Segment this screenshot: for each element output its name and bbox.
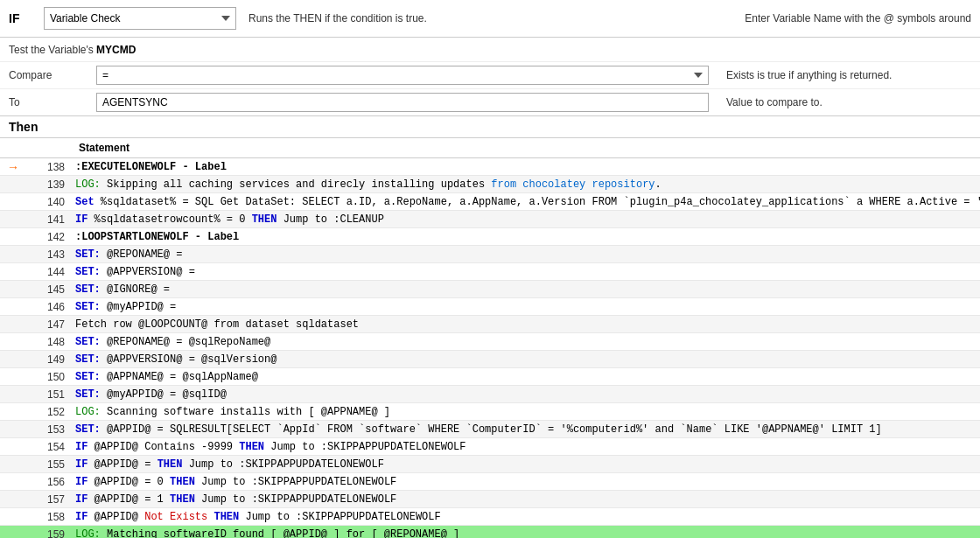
table-row[interactable]: 158IF @APPID@ Not Exists THEN Jump to :S…	[0, 508, 980, 526]
to-input[interactable]	[96, 93, 709, 112]
table-row[interactable]: 149SET: @APPVERSION@ = @sqlVersion@	[0, 351, 980, 368]
row-number-cell: 148	[0, 336, 70, 348]
table-row[interactable]: 150SET: @APPNAME@ = @sqlAppName@	[0, 368, 980, 386]
line-number: 147	[47, 318, 65, 331]
row-number-cell: 155	[0, 458, 70, 471]
table-row[interactable]: 147Fetch row @LOOPCOUNT@ from dataset sq…	[0, 316, 980, 333]
table-row[interactable]: 139LOG: Skipping all caching services an…	[0, 176, 980, 193]
table-row[interactable]: 140Set %sqldataset% = SQL Get DataSet: S…	[0, 193, 980, 211]
form-section: Test the Variable's MYCMD Compare = Exis…	[0, 38, 980, 116]
row-number-cell: 149	[0, 353, 70, 366]
to-help: Value to compare to.	[726, 96, 822, 108]
statement-header: Statement	[0, 138, 980, 158]
row-content: IF @APPID@ Contains -9999 THEN Jump to :…	[70, 439, 980, 455]
row-content: Set %sqldataset% = SQL Get DataSet: SELE…	[70, 194, 980, 210]
row-number-cell: 147	[0, 318, 70, 331]
row-content: IF @APPID@ = 1 THEN Jump to :SKIPPAPPUPD…	[70, 492, 980, 507]
to-row: To Value to compare to.	[0, 89, 980, 115]
row-content: SET: @myAPPID@ = @sqlID@	[70, 387, 980, 402]
line-number: 146	[47, 301, 65, 313]
table-row[interactable]: →138:EXECUTELONEWOLF - Label	[0, 158, 980, 176]
line-number: 140	[47, 196, 65, 208]
row-number-cell: 142	[0, 231, 70, 243]
if-type-dropdown[interactable]: Variable Check	[44, 7, 236, 30]
line-number: 156	[47, 476, 65, 488]
compare-row: Compare = Exists is true if anything is …	[0, 62, 980, 89]
row-number-cell: 157	[0, 493, 70, 506]
row-number-cell: 141	[0, 213, 70, 226]
row-content: IF @APPID@ = THEN Jump to :SKIPPAPPUPDAT…	[70, 457, 980, 472]
line-number: 151	[47, 388, 65, 401]
row-content: SET: @REPONAME@ = @sqlRepoName@	[70, 334, 980, 350]
table-row[interactable]: 151SET: @myAPPID@ = @sqlID@	[0, 386, 980, 403]
row-content: SET: @IGNORE@ =	[70, 282, 980, 297]
line-number: 142	[47, 231, 65, 243]
line-number: 155	[47, 458, 65, 471]
row-number-cell: 152	[0, 406, 70, 418]
table-row[interactable]: 155IF @APPID@ = THEN Jump to :SKIPPAPPUP…	[0, 456, 980, 473]
table-row[interactable]: 141IF %sqldatasetrowcount% = 0 THEN Jump…	[0, 211, 980, 228]
line-number: 148	[47, 336, 65, 348]
if-description: Runs the THEN if the condition is true.	[248, 12, 427, 24]
line-number: 153	[47, 423, 65, 436]
row-number-cell: →138	[0, 161, 70, 173]
app-container: IF Variable Check Runs the THEN if the c…	[0, 0, 980, 538]
table-row[interactable]: 156IF @APPID@ = 0 THEN Jump to :SKIPPAPP…	[0, 473, 980, 491]
then-label: Then	[9, 120, 38, 134]
if-section: IF Variable Check Runs the THEN if the c…	[0, 0, 980, 38]
row-number-cell: 139	[0, 178, 70, 191]
row-content: SET: @APPVERSION@ = @sqlVersion@	[70, 352, 980, 367]
test-variable-value: MYCMD	[96, 44, 201, 56]
line-number: 154	[47, 441, 65, 453]
line-number: 158	[47, 511, 65, 523]
table-row[interactable]: 159LOG: Matching softwareID found [ @APP…	[0, 526, 980, 538]
line-number: 139	[47, 178, 65, 191]
table-row[interactable]: 146SET: @myAPPID@ =	[0, 298, 980, 316]
compare-select[interactable]: =	[96, 66, 709, 85]
row-content: IF %sqldatasetrowcount% = 0 THEN Jump to…	[70, 212, 980, 227]
to-label: To	[9, 96, 96, 108]
line-number: 159	[47, 528, 65, 539]
row-content: IF @APPID@ Not Exists THEN Jump to :SKIP…	[70, 509, 980, 525]
row-content: LOG: Matching softwareID found [ @APPID@…	[70, 527, 980, 539]
row-number-cell: 154	[0, 441, 70, 453]
table-row[interactable]: 145SET: @IGNORE@ =	[0, 281, 980, 298]
compare-help: Exists is true if anything is returned.	[726, 69, 892, 81]
line-number: 144	[47, 266, 65, 278]
table-row[interactable]: 157IF @APPID@ = 1 THEN Jump to :SKIPPAPP…	[0, 491, 980, 508]
then-row: Then	[0, 116, 980, 138]
line-number: 143	[47, 248, 65, 261]
row-number-cell: 151	[0, 388, 70, 401]
row-content: SET: @APPID@ = SQLRESULT[SELECT `AppId` …	[70, 422, 980, 437]
row-content: SET: @myAPPID@ =	[70, 299, 980, 315]
row-content: Fetch row @LOOPCOUNT@ from dataset sqlda…	[70, 317, 980, 332]
row-content: :LOOPSTARTLONEWOLF - Label	[70, 229, 980, 245]
row-number-cell: 150	[0, 371, 70, 383]
help-text-right: Enter Variable Name with the @ symbols a…	[745, 12, 971, 24]
row-number-cell: 143	[0, 248, 70, 261]
row-content: SET: @APPVERSION@ =	[70, 264, 980, 280]
compare-label: Compare	[9, 69, 96, 81]
table-row[interactable]: 148SET: @REPONAME@ = @sqlRepoName@	[0, 333, 980, 351]
row-number-cell: 140	[0, 196, 70, 208]
row-content: SET: @APPNAME@ = @sqlAppName@	[70, 369, 980, 385]
line-number: 138	[47, 161, 65, 173]
row-number-cell: 158	[0, 511, 70, 523]
row-number-cell: 153	[0, 423, 70, 436]
table-row[interactable]: 142:LOOPSTARTLONEWOLF - Label	[0, 228, 980, 246]
table-row[interactable]: 153SET: @APPID@ = SQLRESULT[SELECT `AppI…	[0, 421, 980, 438]
table-row[interactable]: 144SET: @APPVERSION@ =	[0, 263, 980, 281]
line-number: 149	[47, 353, 65, 366]
line-number: 152	[47, 406, 65, 418]
test-variable-label: Test the Variable's	[9, 44, 96, 56]
table-row[interactable]: 143SET: @REPONAME@ =	[0, 246, 980, 263]
test-variable-row: Test the Variable's MYCMD	[0, 38, 980, 62]
table-row[interactable]: 152LOG: Scanning software installs with …	[0, 403, 980, 421]
table-row[interactable]: 154IF @APPID@ Contains -9999 THEN Jump t…	[0, 438, 980, 456]
row-number-cell: 145	[0, 283, 70, 296]
row-number-cell: 146	[0, 301, 70, 313]
row-content: SET: @REPONAME@ =	[70, 247, 980, 262]
row-number-cell: 156	[0, 476, 70, 488]
row-content: LOG: Scanning software installs with [ @…	[70, 404, 980, 420]
row-content: :EXECUTELONEWOLF - Label	[70, 159, 980, 175]
